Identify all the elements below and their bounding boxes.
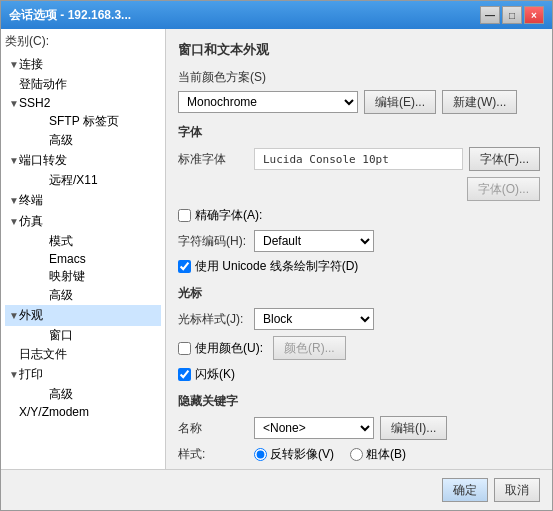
cursor-color-checkbox[interactable] [178, 342, 191, 355]
font-display: Lucida Console 10pt [254, 148, 463, 170]
cursor-style-row: 光标样式(J): Block Underline Vertical Bar [178, 308, 540, 330]
color-scheme-select[interactable]: Monochrome Traditional Custom [178, 91, 358, 113]
main-window: 会话选项 - 192.168.3... — □ × 类别(C): ▼ 连接 登陆… [0, 0, 553, 511]
cursor-color-row: 使用颜色(U): 颜色(R)... [178, 336, 540, 360]
unicode-checkbox[interactable] [178, 260, 191, 273]
font-button[interactable]: 字体(F)... [469, 147, 540, 171]
cursor-blink-label: 闪烁(K) [195, 366, 235, 383]
sidebar-item-mapkeys[interactable]: 映射键 [5, 267, 161, 286]
radio1-text: 反转影像(V) [270, 446, 334, 463]
font2-row: 字体(O)... [178, 177, 540, 201]
sidebar-item-login[interactable]: 登陆动作 [5, 75, 161, 94]
sidebar: 类别(C): ▼ 连接 登陆动作 ▼ SSH2 SFTP 标签页 高级 ▼ 端口… [1, 29, 166, 469]
sidebar-item-advanced3[interactable]: 高级 [5, 385, 161, 404]
hotkey-name-label: 名称 [178, 420, 248, 437]
cursor-style-label: 光标样式(J): [178, 311, 248, 328]
hotkey-name-select[interactable]: <None> [254, 417, 374, 439]
window-title: 会话选项 - 192.168.3... [9, 7, 131, 24]
sidebar-item-advanced1[interactable]: 高级 [5, 131, 161, 150]
sidebar-item-xyz[interactable]: X/Y/Zmodem [5, 404, 161, 420]
sidebar-item-appearance[interactable]: ▼ 外观 [5, 305, 161, 326]
radio1-label: 反转影像(V) [254, 446, 334, 463]
font-group-label: 字体 [178, 124, 540, 141]
expand-icon: ▼ [9, 310, 19, 321]
hotkey-group-label: 隐藏关键字 [178, 393, 540, 410]
cancel-button[interactable]: 取消 [494, 478, 540, 502]
hotkey-radio-group: 反转影像(V) 粗体(B) [254, 446, 406, 463]
radio-bold[interactable] [350, 448, 363, 461]
radio2-label: 粗体(B) [350, 446, 406, 463]
expand-icon: ▼ [9, 155, 19, 166]
category-label: 类别(C): [5, 33, 161, 50]
encoding-select[interactable]: Default UTF-8 GBK [254, 230, 374, 252]
cursor-color-button[interactable]: 颜色(R)... [273, 336, 346, 360]
hotkey-style-label: 样式: [178, 446, 248, 463]
cursor-blink-row: 闪烁(K) [178, 366, 540, 383]
sidebar-item-ssh2[interactable]: ▼ SSH2 [5, 94, 161, 112]
color-scheme-row: Monochrome Traditional Custom 编辑(E)... 新… [178, 90, 540, 114]
cursor-color-label: 使用颜色(U): [195, 340, 263, 357]
font-section: 字体 标准字体 Lucida Console 10pt 字体(F)... 字体(… [178, 124, 540, 275]
maximize-button[interactable]: □ [502, 6, 522, 24]
font-row: 标准字体 Lucida Console 10pt 字体(F)... [178, 147, 540, 171]
main-panel: 窗口和文本外观 当前颜色方案(S) Monochrome Traditional… [166, 29, 552, 469]
sidebar-item-print[interactable]: ▼ 打印 [5, 364, 161, 385]
unicode-label: 使用 Unicode 线条绘制字符(D) [195, 258, 358, 275]
sidebar-item-emacs[interactable]: Emacs [5, 251, 161, 267]
smooth-font-checkbox[interactable] [178, 209, 191, 222]
cursor-group-label: 光标 [178, 285, 540, 302]
titlebar-controls: — □ × [480, 6, 544, 24]
radio2-text: 粗体(B) [366, 446, 406, 463]
std-font-label: 标准字体 [178, 151, 248, 168]
cursor-blink-checkbox[interactable] [178, 368, 191, 381]
sidebar-item-terminal[interactable]: ▼ 终端 [5, 190, 161, 211]
smooth-font-row: 精确字体(A): [178, 207, 540, 224]
sidebar-item-portforward[interactable]: ▼ 端口转发 [5, 150, 161, 171]
color-scheme-label: 当前颜色方案(S) [178, 69, 540, 86]
content-area: 类别(C): ▼ 连接 登陆动作 ▼ SSH2 SFTP 标签页 高级 ▼ 端口… [1, 29, 552, 469]
sidebar-item-window[interactable]: 窗口 [5, 326, 161, 345]
expand-icon: ▼ [9, 369, 19, 380]
cursor-section: 光标 光标样式(J): Block Underline Vertical Bar… [178, 285, 540, 383]
sidebar-item-logfile[interactable]: 日志文件 [5, 345, 161, 364]
close-button[interactable]: × [524, 6, 544, 24]
expand-icon: ▼ [9, 216, 19, 227]
titlebar: 会话选项 - 192.168.3... — □ × [1, 1, 552, 29]
unicode-row: 使用 Unicode 线条绘制字符(D) [178, 258, 540, 275]
font2-button[interactable]: 字体(O)... [467, 177, 540, 201]
ok-button[interactable]: 确定 [442, 478, 488, 502]
panel-title: 窗口和文本外观 [178, 41, 540, 59]
hotkey-edit-button[interactable]: 编辑(I)... [380, 416, 447, 440]
hotkey-section: 隐藏关键字 名称 <None> 编辑(I)... 样式: 反转影像(V) [178, 393, 540, 463]
radio-reverse-image[interactable] [254, 448, 267, 461]
sidebar-item-remote[interactable]: 远程/X11 [5, 171, 161, 190]
expand-icon: ▼ [9, 98, 19, 109]
footer: 确定 取消 [1, 469, 552, 510]
sidebar-item-emulation[interactable]: ▼ 仿真 [5, 211, 161, 232]
new-scheme-button[interactable]: 新建(W)... [442, 90, 517, 114]
encoding-label: 字符编码(H): [178, 233, 248, 250]
minimize-button[interactable]: — [480, 6, 500, 24]
sidebar-item-mode[interactable]: 模式 [5, 232, 161, 251]
expand-icon: ▼ [9, 59, 19, 70]
encoding-row: 字符编码(H): Default UTF-8 GBK [178, 230, 540, 252]
hotkey-name-row: 名称 <None> 编辑(I)... [178, 416, 540, 440]
expand-icon: ▼ [9, 195, 19, 206]
hotkey-style-row: 样式: 反转影像(V) 粗体(B) [178, 446, 540, 463]
color-scheme-section: 当前颜色方案(S) Monochrome Traditional Custom … [178, 69, 540, 114]
sidebar-item-advanced2[interactable]: 高级 [5, 286, 161, 305]
sidebar-item-connect[interactable]: ▼ 连接 [5, 54, 161, 75]
sidebar-item-sftp[interactable]: SFTP 标签页 [5, 112, 161, 131]
edit-scheme-button[interactable]: 编辑(E)... [364, 90, 436, 114]
cursor-style-select[interactable]: Block Underline Vertical Bar [254, 308, 374, 330]
smooth-font-label: 精确字体(A): [195, 207, 262, 224]
